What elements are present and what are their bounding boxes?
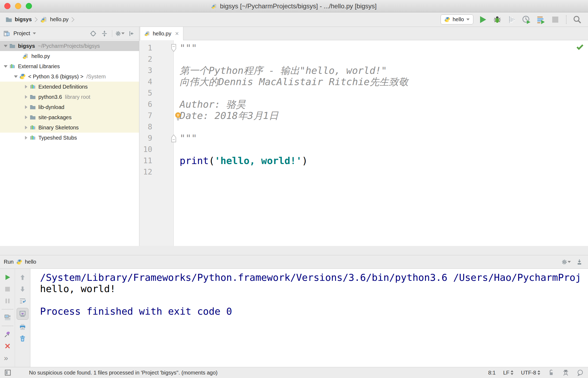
stop-button[interactable] bbox=[3, 284, 12, 294]
caret-position[interactable]: 8:1 bbox=[488, 370, 496, 376]
hide-panel-button[interactable] bbox=[126, 29, 136, 38]
event-log-icon[interactable] bbox=[577, 369, 584, 376]
run-button[interactable] bbox=[477, 14, 488, 25]
line-separator-widget[interactable]: LF bbox=[503, 369, 513, 376]
editor-line-3[interactable]: 3第一个Python程序 - 输出"hello, world!" bbox=[139, 65, 588, 76]
run-with-coverage-button[interactable] bbox=[506, 14, 517, 25]
project-panel-title[interactable]: Project bbox=[13, 30, 30, 37]
settings-button[interactable] bbox=[561, 257, 571, 267]
tree-item-site-packages[interactable]: site-packages bbox=[0, 112, 139, 122]
profiler-button[interactable] bbox=[521, 14, 532, 25]
editor-line-7[interactable]: 7Date: 2018年3月1日 bbox=[139, 110, 588, 121]
run-tool-window-header: Run hello bbox=[0, 255, 588, 269]
code-segment: 'hello, world!' bbox=[215, 155, 302, 166]
run-toolbar-col1: » bbox=[0, 269, 15, 367]
collapse-arrow-icon[interactable] bbox=[2, 61, 9, 71]
concurrency-diagram-button[interactable] bbox=[535, 14, 546, 25]
code-editor[interactable]: 1"""23第一个Python程序 - 输出"hello, world!"4向伟… bbox=[139, 40, 588, 246]
dock-button[interactable] bbox=[575, 257, 584, 267]
run-play-icon bbox=[4, 274, 11, 281]
scroll-to-end-button[interactable] bbox=[17, 308, 28, 320]
tree-item-label: Extended Definitions bbox=[38, 84, 88, 90]
soft-wrap-button[interactable] bbox=[18, 296, 27, 306]
clear-all-button[interactable] bbox=[18, 334, 27, 343]
editor-line-5[interactable]: 5 bbox=[139, 88, 588, 99]
expand-arrow-icon[interactable] bbox=[23, 92, 30, 102]
editor-line-4[interactable]: 4向伟大的Dennis MacAlistair Ritchie先生致敬 bbox=[139, 76, 588, 88]
chevron-down-icon[interactable] bbox=[33, 32, 36, 36]
fold-marker-icon[interactable] bbox=[171, 44, 177, 52]
close-red-icon bbox=[4, 343, 11, 350]
toolbar-separator bbox=[2, 326, 13, 326]
status-message[interactable]: No suspicious code found. 1 files proces… bbox=[29, 370, 217, 376]
code-segment: 向伟大的Dennis MacAlistair Ritchie先生致敬 bbox=[180, 76, 408, 87]
breadcrumb-item-bigsys[interactable]: bigsys bbox=[5, 16, 32, 23]
close-tab-icon[interactable]: × bbox=[175, 30, 179, 37]
editor-line-10[interactable]: 10 bbox=[139, 144, 588, 155]
more-button[interactable]: » bbox=[3, 353, 12, 363]
print-button[interactable] bbox=[18, 322, 27, 332]
run-panel-config-name[interactable]: hello bbox=[25, 259, 36, 265]
editor-line-2[interactable]: 2 bbox=[139, 54, 588, 65]
run-toolbar-left: » bbox=[0, 269, 30, 367]
tree-item-bigsys[interactable]: bigsys~/PycharmProjects/bigsys bbox=[0, 41, 139, 51]
library-icon bbox=[30, 135, 36, 141]
encoding-widget[interactable]: UTF-8 bbox=[521, 369, 540, 376]
up-stacktrace-button[interactable] bbox=[18, 272, 27, 282]
expand-arrow-icon[interactable] bbox=[23, 102, 30, 112]
editor-line-6[interactable]: 6Author: 骆昊 bbox=[139, 99, 588, 110]
highlighting-level-icon[interactable] bbox=[562, 369, 569, 376]
editor-line-1[interactable]: 1""" bbox=[139, 42, 588, 54]
breadcrumb-item-hello-py[interactable]: hello.py bbox=[41, 16, 68, 23]
restore-layout-button[interactable] bbox=[3, 313, 12, 322]
run-configuration-selector[interactable]: hello bbox=[441, 14, 473, 24]
toolwindow-toggle-icon[interactable] bbox=[4, 369, 11, 376]
tree-item--Python-3.6-bigsys-[interactable]: < Python 3.6 (bigsys) >/System bbox=[0, 71, 139, 82]
tree-item-Typeshed-Stubs[interactable]: Typeshed Stubs bbox=[0, 133, 139, 143]
pause-output-button[interactable] bbox=[3, 296, 12, 306]
stop-button[interactable] bbox=[550, 14, 561, 25]
pin-icon bbox=[4, 331, 11, 338]
trash-icon bbox=[19, 335, 26, 342]
folder-icon bbox=[5, 16, 12, 23]
collapse-all-button[interactable] bbox=[100, 29, 109, 38]
close-button[interactable] bbox=[3, 341, 12, 351]
expand-arrow-icon[interactable] bbox=[23, 82, 30, 92]
editor-line-12[interactable]: 12 bbox=[139, 166, 588, 178]
tree-item-Binary-Skeletons[interactable]: Binary Skeletons bbox=[0, 122, 139, 133]
inspection-ok-icon[interactable] bbox=[576, 42, 584, 51]
tree-item-hello.py[interactable]: hello.py bbox=[0, 51, 139, 61]
editor-line-8[interactable]: 8 bbox=[139, 121, 588, 133]
lock-icon[interactable] bbox=[548, 369, 555, 376]
minimize-window-button[interactable] bbox=[15, 3, 21, 9]
editor-line-11[interactable]: 11print('hello, world!') bbox=[139, 155, 588, 166]
code-text: Date: 2018年3月1日 bbox=[174, 110, 588, 121]
debug-button[interactable] bbox=[492, 14, 503, 25]
expand-arrow-icon[interactable] bbox=[23, 122, 30, 133]
rerun-button[interactable] bbox=[3, 272, 12, 282]
code-text: print('hello, world!') bbox=[174, 155, 588, 166]
pin-tab-button[interactable] bbox=[3, 329, 12, 339]
expand-arrow-icon[interactable] bbox=[23, 112, 30, 122]
tree-item-External-Libraries[interactable]: External Libraries bbox=[0, 61, 139, 71]
navigation-bar: bigsyshello.py hello bbox=[0, 12, 588, 27]
down-stacktrace-button[interactable] bbox=[18, 284, 27, 294]
folder-icon bbox=[30, 94, 36, 100]
run-console[interactable]: /System/Library/Frameworks/Python.framew… bbox=[30, 269, 588, 367]
editor-line-9[interactable]: 9""" bbox=[139, 133, 588, 144]
tab-hello-py[interactable]: hello.py × bbox=[140, 27, 183, 40]
tree-item-lib-dynload[interactable]: lib-dynload bbox=[0, 102, 139, 112]
fold-marker-icon[interactable] bbox=[171, 134, 177, 143]
tree-item-Extended-Definitions[interactable]: Extended Definitions bbox=[0, 82, 139, 92]
collapse-arrow-icon[interactable] bbox=[2, 41, 9, 51]
close-window-button[interactable] bbox=[4, 3, 10, 9]
tree-item-python3.6[interactable]: python3.6library root bbox=[0, 92, 139, 102]
tree-item-label: bigsys bbox=[18, 43, 35, 49]
zoom-window-button[interactable] bbox=[26, 3, 32, 9]
collapse-arrow-icon[interactable] bbox=[12, 71, 19, 82]
expand-arrow-icon[interactable] bbox=[23, 133, 30, 143]
intention-bulb-icon[interactable] bbox=[174, 112, 182, 121]
search-everywhere-button[interactable] bbox=[572, 14, 583, 25]
locate-file-button[interactable] bbox=[88, 29, 98, 38]
settings-button[interactable] bbox=[115, 29, 125, 38]
